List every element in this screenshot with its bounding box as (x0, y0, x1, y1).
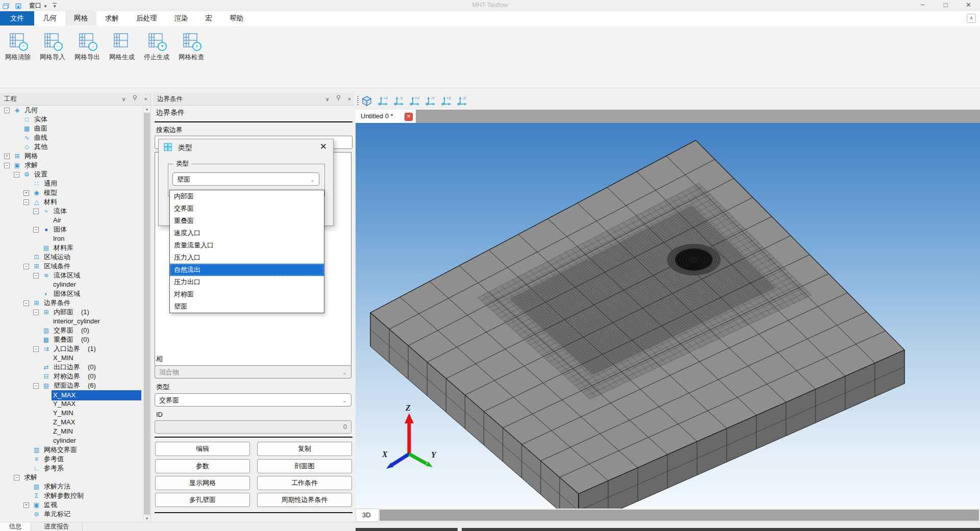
panel-pin-icon[interactable] (336, 93, 341, 105)
显示网格-button[interactable]: 显示网格 (155, 476, 250, 490)
tree-expander-minus[interactable]: − (23, 264, 29, 269)
menu-item-后处理[interactable]: 后处理 (128, 11, 166, 26)
tree-item[interactable]: −⇉入口边界(1) (0, 344, 143, 353)
type-option[interactable]: 压力出口 (170, 276, 324, 288)
tab-info[interactable]: 信息 (0, 522, 31, 531)
view--Z-button[interactable]: -Z (456, 95, 470, 109)
panel-close-icon[interactable]: × (348, 93, 351, 105)
phase-combobox[interactable]: 混合物⌄ (155, 365, 351, 378)
tree-item[interactable]: −△材料 (0, 197, 143, 207)
tree-expander-minus[interactable]: − (33, 383, 39, 389)
menu-item-求解[interactable]: 求解 (96, 11, 128, 26)
tree-expander-plus[interactable]: + (23, 190, 29, 196)
tree-item[interactable]: Σ求解参数控制 (0, 491, 143, 500)
type-option[interactable]: 壁面 (170, 300, 324, 313)
tree-item[interactable]: ∷通用 (0, 179, 143, 188)
tree-item[interactable]: Air (0, 216, 143, 225)
render-canvas[interactable]: ZXY (356, 123, 980, 509)
tree-item[interactable]: □实体 (0, 115, 143, 124)
tree-item[interactable]: −▤壁面边界(6) (0, 381, 143, 390)
tab-close-icon[interactable]: ✕ (405, 113, 413, 121)
tree-item[interactable]: Iron (0, 234, 143, 243)
编辑-button[interactable]: 编辑 (155, 442, 250, 456)
tree-expander-minus[interactable]: − (33, 310, 39, 315)
tree-item[interactable]: −◈几何 (0, 106, 143, 115)
tree-expander-minus[interactable]: − (14, 475, 19, 481)
网格检查-button[interactable]: ⌕网格检查 (174, 33, 208, 62)
tab-progress-report[interactable]: 进度报告 (31, 522, 83, 531)
tree-item[interactable]: −≈流体 (0, 207, 143, 216)
tree-item[interactable]: X_MAX (0, 390, 143, 399)
tree-expander-plus[interactable]: + (4, 154, 10, 159)
type-option[interactable]: 自然流出 (170, 264, 324, 276)
tree-expander-minus[interactable]: − (23, 300, 29, 306)
tree-item[interactable]: −▣求解 (0, 161, 143, 170)
toolbar-drag-handle[interactable] (357, 96, 359, 106)
tree-item[interactable]: interior_cylinder (0, 317, 143, 326)
tree-item[interactable]: ◇其他 (0, 142, 143, 151)
tree-item[interactable]: ▨求解方法 (0, 482, 143, 491)
tree-item[interactable]: ⇄出口边界(0) (0, 363, 143, 372)
collapse-ribbon-icon[interactable]: ∧ (967, 14, 976, 23)
project-tree-scrollbar[interactable]: ▲ ▼ (143, 106, 150, 522)
多孔壁面-button[interactable]: 多孔壁面 (155, 493, 250, 507)
tree-item[interactable]: cylinder (0, 280, 143, 289)
tree-item[interactable]: ▥交界面(0) (0, 326, 143, 335)
view--Y-button[interactable]: -Y (424, 95, 438, 109)
tree-item[interactable]: −●固体 (0, 225, 143, 234)
tree-item[interactable]: −≋流体区域 (0, 271, 143, 280)
minimize-button[interactable]: − (911, 0, 934, 11)
tree-item[interactable]: +⊞网格 (0, 151, 143, 161)
type-option[interactable]: 压力入口 (170, 251, 324, 264)
tree-item[interactable]: +◉模型 (0, 188, 143, 197)
view-+X-button[interactable]: +X (377, 95, 391, 109)
scroll-down-icon[interactable]: ▼ (143, 515, 150, 522)
tree-item[interactable]: ▦曲面 (0, 124, 143, 133)
tree-item[interactable]: ⊟对称边界(0) (0, 372, 143, 381)
scrollbar-thumb[interactable] (144, 113, 150, 515)
tree-expander-minus[interactable]: − (33, 273, 39, 279)
type-combobox[interactable]: 交界面⌄ (155, 393, 351, 407)
tree-item[interactable]: −⊞区域条件 (0, 262, 143, 271)
tree-item[interactable]: ▥网格交界面 (0, 445, 143, 454)
view-+Z-button[interactable]: +Z (440, 95, 454, 109)
tree-item[interactable]: ▤材料库 (0, 243, 143, 252)
tree-expander-minus[interactable]: − (23, 199, 29, 205)
tree-item[interactable]: ⊡区域运动 (0, 252, 143, 262)
tree-expander-minus[interactable]: − (14, 172, 19, 178)
tree-item[interactable]: Z_MIN (0, 427, 143, 436)
网格导入-button[interactable]: ←网格导入 (36, 33, 69, 62)
tree-item[interactable]: −求解 (0, 473, 143, 482)
复制-button[interactable]: 复制 (257, 442, 352, 456)
panel-collapse-icon[interactable]: ∨ (122, 93, 126, 105)
panel-pin-icon[interactable] (133, 93, 137, 105)
menu-item-文件[interactable]: 文件 (0, 11, 34, 26)
周期性边界条件-button[interactable]: 周期性边界条件 (257, 493, 352, 507)
horizontal-scrollbar[interactable] (380, 510, 979, 521)
tree-item[interactable]: +▣监视 (0, 500, 143, 510)
tree-item[interactable]: ∿曲线 (0, 133, 143, 142)
tree-item[interactable]: ≡参考值 (0, 454, 143, 464)
view-3d-tab[interactable]: 3D (356, 509, 379, 522)
tree-item[interactable]: ∟参考系 (0, 464, 143, 473)
tree-expander-minus[interactable]: − (4, 108, 10, 113)
剖面图-button[interactable]: 剖面图 (257, 459, 352, 473)
tree-item[interactable]: ▩重叠面(0) (0, 335, 143, 344)
参数-button[interactable]: 参数 (155, 459, 250, 473)
type-dropdown[interactable]: 壁面 ⌄ (172, 172, 319, 186)
tree-item[interactable]: Y_MIN (0, 409, 143, 418)
dialog-close-icon[interactable]: ✕ (320, 141, 327, 152)
网格生成-button[interactable]: 网格生成 (105, 33, 139, 62)
tree-expander-minus[interactable]: − (33, 227, 39, 233)
viewport-tab[interactable]: Untitled 0 * ✕ (356, 110, 416, 123)
tree-item[interactable]: −⊞边界条件 (0, 298, 143, 308)
menu-item-渲染[interactable]: 渲染 (166, 11, 197, 26)
tree-item[interactable]: −⚙设置 (0, 170, 143, 179)
tree-item[interactable]: Y_MAX (0, 399, 143, 409)
scroll-up-icon[interactable]: ▲ (143, 106, 150, 112)
menu-item-帮助[interactable]: 帮助 (221, 11, 252, 26)
停止生成-button[interactable]: ●停止生成 (140, 33, 173, 62)
menu-item-宏[interactable]: 宏 (197, 11, 221, 26)
menu-item-网格[interactable]: 网格 (65, 11, 96, 26)
type-option[interactable]: 对称面 (170, 288, 324, 300)
